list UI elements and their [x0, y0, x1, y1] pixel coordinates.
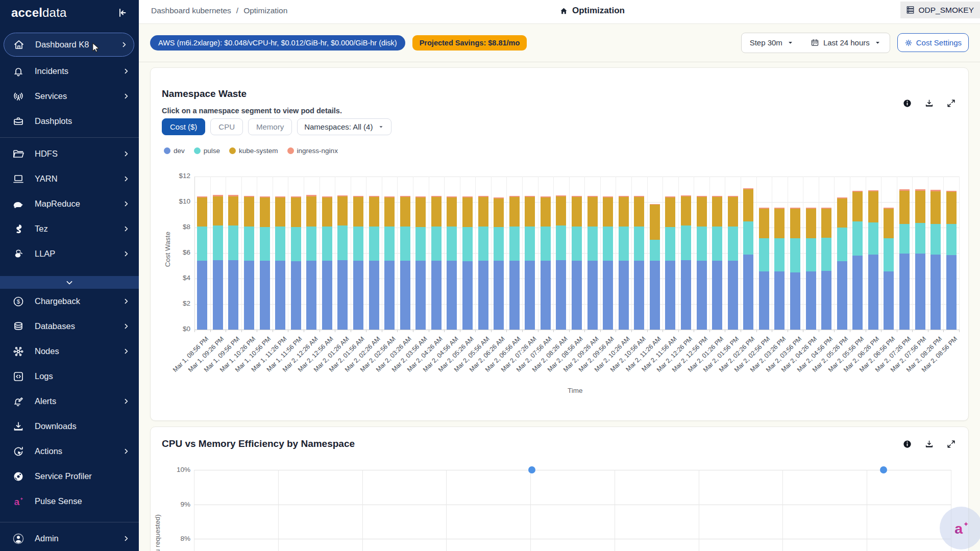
- bar-segment-pulse[interactable]: [260, 227, 270, 261]
- bar-segment-kube-system[interactable]: [884, 209, 894, 239]
- bar-segment-kube-system[interactable]: [556, 196, 566, 226]
- bar-segment-kube-system[interactable]: [494, 198, 504, 227]
- bar-segment-pulse[interactable]: [447, 227, 457, 261]
- bar-segment-kube-system[interactable]: [681, 196, 691, 226]
- breadcrumb[interactable]: Dashboard kubernetes / Optimization: [151, 6, 287, 15]
- bar-segment-kube-system[interactable]: [774, 209, 785, 239]
- metric-button-cpu[interactable]: CPU: [210, 118, 243, 135]
- bar-segment-pulse[interactable]: [697, 227, 707, 261]
- bar-segment-dev[interactable]: [306, 261, 316, 330]
- bar-segment-kube-system[interactable]: [665, 197, 675, 227]
- bar-segment-dev[interactable]: [806, 271, 816, 330]
- bar-segment-dev[interactable]: [868, 255, 878, 330]
- bar-segment-dev[interactable]: [431, 261, 442, 330]
- bar-segment-pulse[interactable]: [400, 227, 410, 261]
- bar-segment-pulse[interactable]: [790, 238, 800, 272]
- bar-segment-pulse[interactable]: [806, 238, 816, 271]
- bar-segment-dev[interactable]: [415, 261, 426, 330]
- sidebar-item-pulse-sense[interactable]: aPulse Sense: [0, 489, 139, 514]
- bar-segment-dev[interactable]: [759, 271, 769, 330]
- bar-segment-dev[interactable]: [821, 271, 831, 330]
- sidebar-item-admin[interactable]: Admin: [0, 526, 139, 551]
- bar-segment-pulse[interactable]: [431, 227, 442, 261]
- bar-segment-dev[interactable]: [619, 261, 629, 330]
- bar-segment-pulse[interactable]: [213, 226, 223, 260]
- sidebar-item-yarn[interactable]: YARN: [0, 166, 139, 191]
- bar-segment-dev[interactable]: [665, 261, 675, 330]
- sidebar-item-incidents[interactable]: Incidents: [0, 59, 139, 84]
- sidebar-item-downloads[interactable]: Downloads: [0, 414, 139, 439]
- bar-segment-pulse[interactable]: [275, 227, 285, 261]
- bar-segment-kube-system[interactable]: [478, 197, 488, 227]
- bar-segment-pulse[interactable]: [353, 227, 363, 261]
- info-icon[interactable]: [902, 439, 912, 449]
- metric-button-memory[interactable]: Memory: [248, 118, 292, 135]
- bar-segment-pulse[interactable]: [509, 227, 520, 261]
- bar-segment-pulse[interactable]: [244, 227, 254, 261]
- info-icon[interactable]: [902, 98, 912, 108]
- sidebar-item-logs[interactable]: Logs: [0, 364, 139, 389]
- bar-segment-kube-system[interactable]: [712, 197, 722, 227]
- bar-segment-pulse[interactable]: [712, 227, 722, 261]
- bar-segment-pulse[interactable]: [322, 227, 332, 261]
- sidebar-item-chargeback[interactable]: $Chargeback: [0, 289, 139, 314]
- bar-segment-kube-system[interactable]: [603, 197, 613, 226]
- cluster-selector[interactable]: ODP_SMOKEY: [900, 2, 980, 18]
- bar-segment-dev[interactable]: [712, 261, 722, 330]
- bar-segment-kube-system[interactable]: [915, 191, 925, 223]
- bar-segment-dev[interactable]: [587, 261, 598, 330]
- sidebar-item-alerts[interactable]: Alerts: [0, 389, 139, 414]
- namespaces-dropdown[interactable]: Namespaces: All (4): [297, 118, 391, 135]
- bar-segment-dev[interactable]: [244, 261, 254, 330]
- bar-segment-kube-system[interactable]: [353, 197, 363, 227]
- bar-segment-pulse[interactable]: [868, 222, 878, 255]
- sidebar-item-nodes[interactable]: Nodes: [0, 339, 139, 364]
- bar-segment-dev[interactable]: [494, 261, 504, 330]
- bar-segment-kube-system[interactable]: [946, 192, 957, 224]
- bar-segment-pulse[interactable]: [681, 226, 691, 260]
- bar-segment-kube-system[interactable]: [337, 196, 348, 226]
- bar-segment-kube-system[interactable]: [275, 197, 285, 226]
- bar-segment-kube-system[interactable]: [634, 197, 644, 227]
- bar-segment-kube-system[interactable]: [369, 197, 379, 227]
- bar-segment-kube-system[interactable]: [728, 197, 738, 227]
- download-icon[interactable]: [924, 98, 934, 108]
- bar-segment-kube-system[interactable]: [244, 197, 254, 227]
- bar-segment-pulse[interactable]: [884, 238, 894, 271]
- pulse-floating-button[interactable]: a: [940, 507, 980, 549]
- step-dropdown[interactable]: Step 30m: [742, 33, 802, 53]
- bar-segment-pulse[interactable]: [337, 226, 348, 260]
- bar-segment-kube-system[interactable]: [790, 209, 800, 239]
- time-range-dropdown[interactable]: Last 24 hours: [802, 33, 890, 53]
- bar-segment-dev[interactable]: [837, 261, 847, 330]
- bar-segment-kube-system[interactable]: [400, 197, 410, 227]
- bar-segment-dev[interactable]: [369, 261, 379, 330]
- bar-segment-dev[interactable]: [650, 261, 660, 330]
- legend-item-ingress-nginx[interactable]: ingress-nginx: [287, 147, 338, 155]
- bar-segment-dev[interactable]: [541, 261, 551, 330]
- sidebar-expand-button[interactable]: [0, 276, 139, 289]
- bar-segment-kube-system[interactable]: [899, 191, 910, 224]
- cost-settings-button[interactable]: Cost Settings: [897, 33, 969, 52]
- bar-segment-kube-system[interactable]: [462, 197, 473, 227]
- bar-segment-pulse[interactable]: [852, 221, 863, 256]
- bar-segment-pulse[interactable]: [572, 227, 582, 261]
- bar-segment-kube-system[interactable]: [572, 197, 582, 227]
- expand-icon[interactable]: [946, 98, 956, 108]
- bar-segment-dev[interactable]: [478, 261, 488, 330]
- bar-segment-dev[interactable]: [728, 261, 738, 330]
- bar-segment-pulse[interactable]: [541, 227, 551, 261]
- bar-segment-pulse[interactable]: [930, 224, 941, 255]
- bar-segment-kube-system[interactable]: [650, 205, 660, 240]
- sidebar-item-hdfs[interactable]: HDFS: [0, 141, 139, 166]
- bar-segment-dev[interactable]: [572, 261, 582, 330]
- bar-segment-dev[interactable]: [884, 271, 894, 330]
- bar-segment-dev[interactable]: [462, 261, 473, 330]
- bar-segment-dev[interactable]: [743, 255, 753, 330]
- bar-segment-dev[interactable]: [228, 260, 238, 330]
- bar-segment-kube-system[interactable]: [322, 197, 332, 226]
- bar-segment-kube-system[interactable]: [868, 191, 878, 222]
- bar-segment-kube-system[interactable]: [587, 197, 598, 227]
- bar-segment-kube-system[interactable]: [213, 196, 223, 226]
- legend-item-dev[interactable]: dev: [164, 147, 185, 155]
